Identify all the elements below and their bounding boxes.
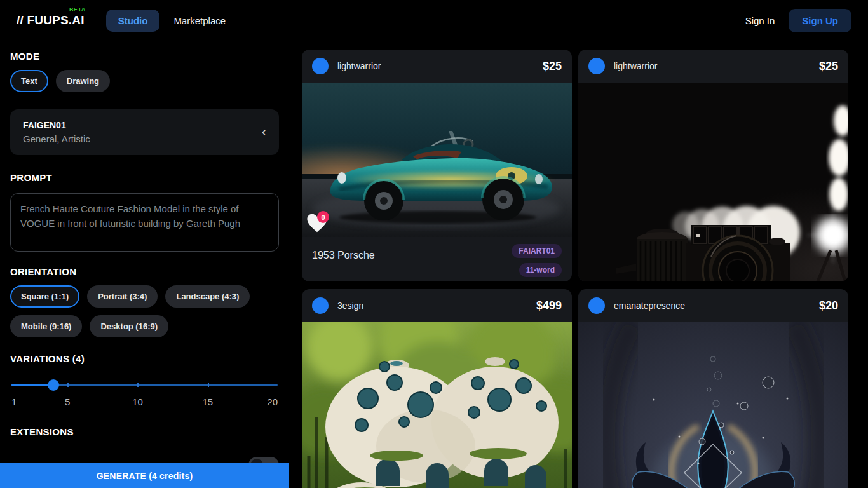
marketplace-gallery: lightwarrior $25 <box>289 41 868 488</box>
avatar[interactable] <box>312 297 329 314</box>
generation-sidebar: MODE Text Drawing FAIGEN01 General, Arti… <box>0 41 289 488</box>
card-username[interactable]: lightwarrior <box>614 61 657 71</box>
variations-label: VARIATIONS (4) <box>10 353 279 364</box>
tick-label-1: 1 <box>11 396 17 407</box>
auth-actions: Sign In Sign Up <box>745 9 851 32</box>
card-header: emanatepresence $20 <box>578 289 848 322</box>
slider-handle[interactable] <box>48 379 59 391</box>
mode-options: Text Drawing <box>10 70 279 92</box>
orientation-options-row1: Square (1:1) Portrait (3:4) Landscape (4… <box>10 285 279 337</box>
chevron-left-icon: ‹ <box>262 125 266 139</box>
card-image-camera[interactable] <box>578 83 848 281</box>
slider-tick-10 <box>137 383 139 387</box>
like-button[interactable]: 0 <box>306 214 328 235</box>
avatar[interactable] <box>312 58 329 74</box>
card-title: 1953 Porsche <box>312 250 375 281</box>
orientation-option-desktop[interactable]: Desktop (16:9) <box>90 315 168 337</box>
generate-button[interactable]: GENERATE (4 credits) <box>0 463 289 488</box>
model-description: General, Artistic <box>23 133 90 144</box>
logo-text: // FUUPS.AI <box>17 13 85 27</box>
card-image-porsche[interactable]: 0 <box>302 83 572 237</box>
variations-slider[interactable] <box>11 381 278 390</box>
tick-label-10: 10 <box>132 396 143 407</box>
card-image-lotus[interactable] <box>578 322 848 488</box>
orientation-option-square[interactable]: Square (1:1) <box>10 285 79 308</box>
tab-marketplace[interactable]: Marketplace <box>165 10 234 32</box>
model-name: FAIGEN01 <box>23 120 90 130</box>
gallery-card-porsche[interactable]: lightwarrior $25 <box>302 50 572 281</box>
sign-in-button[interactable]: Sign In <box>745 15 775 26</box>
card-header: lightwarrior $25 <box>578 50 848 83</box>
slider-tick-5 <box>67 383 69 387</box>
gallery-column-right: lightwarrior $25 <box>578 50 848 488</box>
orientation-label: ORIENTATION <box>10 266 279 277</box>
beta-badge: BETA <box>69 6 86 13</box>
mode-label: MODE <box>10 51 279 62</box>
prompt-label: PROMPT <box>10 172 279 183</box>
extensions-label: EXTENSIONS <box>10 426 279 437</box>
logo[interactable]: BETA // FUUPS.AI <box>17 13 85 27</box>
tag-model[interactable]: FAIART01 <box>512 244 562 258</box>
tick-label-20: 20 <box>267 396 278 407</box>
orientation-option-mobile[interactable]: Mobile (9:16) <box>10 315 82 337</box>
main-nav: Studio Marketplace <box>106 10 234 32</box>
card-image-domes[interactable] <box>302 322 572 488</box>
top-bar: BETA // FUUPS.AI Studio Marketplace Sign… <box>0 0 868 41</box>
gallery-column-left: lightwarrior $25 <box>302 50 572 488</box>
card-tags: FAIART01 11-word <box>512 244 562 281</box>
tag-wordcount[interactable]: 11-word <box>519 263 562 277</box>
tab-studio[interactable]: Studio <box>106 10 160 32</box>
card-price: $499 <box>536 299 562 313</box>
card-price: $25 <box>543 60 562 73</box>
camera-illustration <box>578 83 848 281</box>
like-count-badge: 0 <box>317 211 329 223</box>
model-info: FAIGEN01 General, Artistic <box>23 120 90 144</box>
model-selector[interactable]: FAIGEN01 General, Artistic ‹ <box>10 109 279 155</box>
card-header: 3esign $499 <box>302 289 572 322</box>
card-price: $25 <box>819 60 838 73</box>
sign-up-button[interactable]: Sign Up <box>789 9 851 32</box>
tick-label-15: 15 <box>202 396 213 407</box>
gallery-card-camera[interactable]: lightwarrior $25 <box>578 50 848 281</box>
mode-option-text[interactable]: Text <box>10 70 48 92</box>
porsche-illustration <box>302 83 572 237</box>
domes-illustration <box>302 322 572 488</box>
lotus-illustration <box>578 322 848 488</box>
avatar[interactable] <box>588 297 605 314</box>
card-username[interactable]: 3esign <box>337 301 363 311</box>
avatar[interactable] <box>588 58 605 74</box>
orientation-option-portrait[interactable]: Portrait (3:4) <box>87 285 158 308</box>
card-header: lightwarrior $25 <box>302 50 572 83</box>
mode-option-drawing[interactable]: Drawing <box>56 70 110 92</box>
prompt-input[interactable] <box>10 193 279 252</box>
gallery-card-domes[interactable]: 3esign $499 <box>302 289 572 488</box>
gallery-card-lotus[interactable]: emanatepresence $20 <box>578 289 848 488</box>
tick-label-5: 5 <box>65 396 70 407</box>
card-username[interactable]: emanatepresence <box>614 301 685 311</box>
slider-tick-15 <box>208 383 209 387</box>
card-username[interactable]: lightwarrior <box>337 61 381 71</box>
slider-tick-labels: 1 5 10 15 20 <box>11 396 278 408</box>
card-footer: 1953 Porsche FAIART01 11-word <box>302 237 572 281</box>
card-price: $20 <box>819 299 838 313</box>
orientation-option-landscape[interactable]: Landscape (4:3) <box>165 285 250 308</box>
